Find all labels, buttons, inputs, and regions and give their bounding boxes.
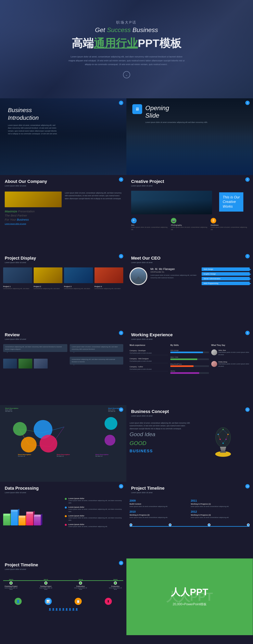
project-images	[0, 266, 126, 285]
slide-num-12: 12	[119, 484, 123, 488]
slide-review: Review Lorem ipsum dolor sit amet consec…	[0, 328, 126, 405]
photo-icon: 📷	[171, 218, 176, 224]
project-img-2	[34, 268, 63, 283]
review-img-1	[3, 359, 17, 368]
data-dot-3	[65, 515, 67, 517]
circle-3	[105, 417, 117, 430]
projects-section-title: Project Display	[0, 252, 126, 262]
svg-point-7	[216, 428, 230, 447]
project-label-3: Project 3 consectetuer adipiscing elit, …	[64, 286, 93, 290]
bulb-svg	[210, 422, 236, 457]
opening-title: Opening Slide	[145, 104, 208, 119]
review-bubble-3: consectetuer adipiscing elit, sed diam n…	[70, 357, 123, 364]
timeline2-node-2013: 2013 Testing Project lorem ipsum dolor s…	[38, 579, 54, 590]
about-tagline: Maximize Presentation The Best Partner F…	[5, 209, 62, 222]
slide-business: Business Concept Lorem ipsum dolor sit a…	[126, 405, 253, 482]
data-content: Lorem ipsum dolor Lorem ipsum dolor sit …	[0, 496, 126, 529]
slide-data-processing: Data Processing Lorem ipsum dolor sit am…	[0, 482, 126, 558]
hero-zh-title: 高端通用行业PPT模板	[72, 36, 181, 51]
working-section-title: Working Experience	[126, 328, 253, 338]
ceo-skill-server: Server Administration	[202, 277, 250, 280]
timeline2-icon-4: ⬆	[105, 598, 112, 605]
project-img-4	[95, 268, 123, 283]
seo-desc: Lorem ipsum dolor sit amet, consectetuer…	[131, 226, 168, 231]
about-link[interactable]: Lorem ipsum dolor sit amet	[5, 223, 62, 225]
slide-proj-timeline2: Project Timeline Lorem ipsum dolor sit a…	[0, 558, 126, 635]
data-right: Lorem ipsum dolor Lorem ipsum dolor sit …	[65, 498, 123, 528]
project-labels: Project 1 consectetuer adipiscing elit, …	[0, 285, 126, 291]
about-section-body: Lorem ipsum dolor sit amet	[0, 185, 126, 189]
tl-label-1: Short Description Since 2005Sid diam sit	[5, 408, 18, 412]
biz-intro-line2: Introduction	[8, 114, 39, 121]
ceo-skill-webdesign: Web Design	[202, 268, 250, 271]
timeline2-node-2015: 2015 Production lorem ipsum dolor sit am…	[108, 579, 123, 590]
promo-sub: 20,000+PowerPoint模板	[173, 602, 206, 606]
tl-label-bottom-2: Short Description Sid diam sit	[57, 454, 70, 457]
review-section-title: Review	[0, 328, 126, 338]
ceo-section-title: Meet Our CEO	[126, 252, 253, 262]
creative-section-title: Creative Project	[126, 175, 253, 185]
svg-rect-20	[220, 447, 226, 448]
review-left: consectetuer adipiscing elit, sed diam n…	[3, 344, 67, 368]
work-item-2: Company - Web Designer Cta facilisis ped…	[130, 357, 168, 363]
review-section-body: Lorem ipsum dolor sit amet	[0, 338, 126, 342]
slide-row-5: Review Lorem ipsum dolor sit amet consec…	[0, 328, 253, 405]
circle-4	[21, 437, 37, 452]
ceo-avatar	[130, 268, 147, 285]
testimonials-title: What They Say	[211, 344, 250, 346]
people-row: 👤 👤 👤 👤 👤 👤 👤 👤 👤	[3, 608, 123, 611]
data-item-3: Lorem ipsum dolor Lorem ipsum dolor sit …	[65, 515, 123, 522]
business-good: Good IdeaGOOD	[130, 430, 193, 448]
proj-timeline-content: 2009 Build Content lorem ipsum dolor sit…	[126, 496, 253, 534]
slide-row-7: Data Processing Lorem ipsum dolor sit am…	[0, 482, 253, 558]
slide-num-5: 5	[245, 177, 250, 182]
project-label-4: Project 4 consectetuer adipiscing elit, …	[95, 286, 123, 290]
biz-intro-line1: Business	[8, 107, 32, 113]
work-exp-title: Work experience	[130, 344, 168, 346]
slide-num-10: 10	[119, 408, 123, 412]
creative-icon-seo: 🔍 Seo Lorem ipsum dolor sit amet, consec…	[131, 218, 168, 231]
slide-num-6: 6	[119, 254, 123, 258]
proj-timeline2-section-body: Lorem ipsum dolor sit amet	[0, 568, 126, 572]
skill-webdesign: Web design	[170, 350, 209, 353]
data-section-title: Data Processing	[0, 482, 126, 492]
testimonial-1: John. Doe Cita Builius pede ut enim Lore…	[211, 349, 250, 357]
slide-proj-timeline: Project Timeline Lorem ipsum dolor sit a…	[126, 482, 253, 558]
timeline2-person-icon: 👤	[15, 598, 22, 605]
svg-rect-23	[220, 451, 226, 453]
circle-6	[105, 435, 115, 446]
ceo-skill-graphicdesign: Graphic Design	[202, 272, 250, 276]
about-tagline-biz: Business	[17, 218, 29, 221]
project-label-1: Project 1 consectetuer adipiscing elit, …	[3, 286, 32, 290]
creative-box-line1: This is Our	[223, 195, 240, 199]
proj-timeline-section-body: Lorem ipsum dolor sit amet	[126, 492, 253, 496]
tl-dot-2010	[208, 524, 210, 526]
skill-jquery: Jquery	[170, 370, 209, 374]
slide-hero: 职场大P话 Get Success Business 高端通用行业PPT模板 L…	[0, 0, 253, 98]
slide-num-7: 7	[245, 254, 250, 258]
slide-row-6: Short Description Since 2005Sid diam sit…	[0, 405, 253, 482]
timeline2-node-2014: 2014 Publication lorem ipsum dolor sit a…	[73, 579, 88, 590]
ceo-section-body: Lorem ipsum dolor sit amet	[126, 262, 253, 266]
creative-icon-photo: 📷 Photography Lorem ipsum dolor sit amet…	[171, 218, 208, 231]
slide-ceo: Meet Our CEO Lorem ipsum dolor sit amet …	[126, 252, 253, 328]
project-label-2: Project 2 consectetuer adipiscing elit, …	[34, 286, 63, 290]
data-item-4: Lorem ipsum dolor Lorem ipsum dolor sit …	[65, 524, 123, 528]
creative-box-line2: Creative	[223, 200, 236, 204]
timeline2-icon-3: 📋	[75, 598, 82, 605]
proj-timeline-section-title: Project Timeline	[126, 482, 253, 492]
work-item-1: Company - Developer Cta facilisis pede u…	[130, 349, 168, 355]
db-label: Database	[211, 224, 248, 226]
hero-en-title: Get Success Business	[95, 26, 158, 34]
slide-projects: Project Display Lorem ipsum dolor sit am…	[0, 252, 126, 328]
scroll-down-arrow[interactable]: ⌄	[123, 71, 130, 78]
seo-label: Seo	[131, 224, 168, 226]
business-bulb	[196, 422, 250, 457]
testimonial-avatar-1	[211, 350, 217, 355]
business-section-body: Lorem ipsum dolor sit amet	[126, 415, 253, 419]
db-desc: Lorem ipsum dolor sit amet, consectetuer…	[211, 226, 248, 231]
testimonial-avatar-2	[211, 361, 217, 367]
ceo-content: Mr. M. Mc Flanagan CEO/Founder Inc. Lore…	[126, 266, 253, 287]
slide-business-intro: Business Introduction Lorem ipsum dolor …	[0, 98, 126, 175]
slide-num-2: 2	[119, 101, 123, 105]
